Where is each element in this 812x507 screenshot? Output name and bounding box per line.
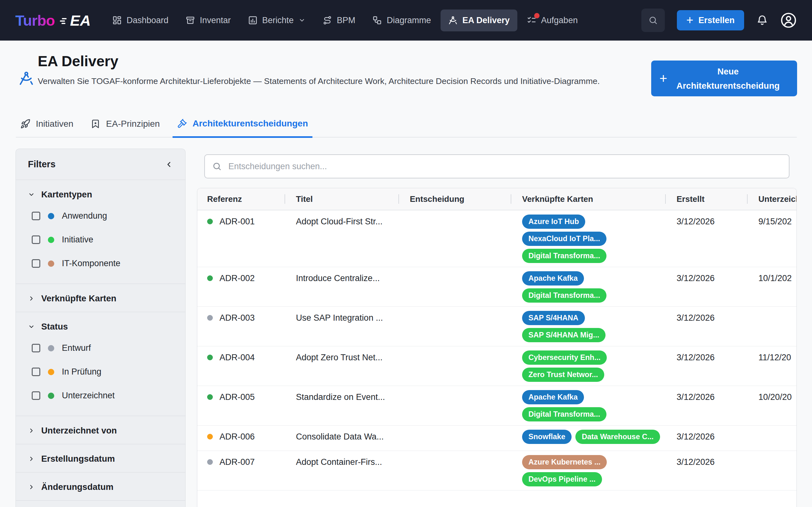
signed-cell: 11/12/20 bbox=[747, 350, 797, 365]
linked-card-tag[interactable]: Cybersecurity Enh... bbox=[522, 350, 607, 365]
table-row-adr-001[interactable]: ADR-001 Adopt Cloud-First Str... Azure I… bbox=[197, 210, 797, 267]
checkbox[interactable] bbox=[32, 212, 40, 220]
tab-initiativen[interactable]: Initiativen bbox=[16, 114, 78, 137]
nav-item-berichte[interactable]: Berichte bbox=[241, 9, 313, 32]
type-color-dot bbox=[48, 237, 54, 243]
table-row-adr-002[interactable]: ADR-002 Introduce Centralize... Apache K… bbox=[197, 267, 797, 307]
linked-card-tag[interactable]: Digital Transforma... bbox=[522, 407, 606, 421]
nav-item-bpm[interactable]: BPM bbox=[315, 9, 363, 32]
linked-card-tag[interactable]: Digital Transforma... bbox=[522, 288, 606, 302]
chevron-right-icon bbox=[28, 484, 35, 491]
table-row-adr-007[interactable]: ADR-007 Adopt Container-Firs... Azure Ku… bbox=[197, 451, 797, 491]
linked-card-tag[interactable]: Digital Transforma... bbox=[522, 249, 606, 263]
filter-option-initiative[interactable]: Initiative bbox=[32, 228, 173, 251]
linked-card-tag[interactable]: SAP S/4HANA Mig... bbox=[522, 328, 606, 342]
search-icon bbox=[212, 162, 222, 171]
linked-card-tag[interactable]: Azure IoT Hub bbox=[522, 215, 585, 229]
status-dot bbox=[207, 434, 213, 440]
user-avatar-icon[interactable] bbox=[780, 12, 797, 29]
filter-section-kartentypen: Kartentypen Anwendung Initiative IT-Komp… bbox=[16, 180, 185, 284]
filter-section-header[interactable]: Status bbox=[28, 322, 173, 332]
filter-section-header[interactable]: Verknüpfte Karten bbox=[28, 293, 173, 303]
linked-card-tag[interactable]: Azure Kubernetes ... bbox=[522, 455, 607, 469]
reports-chart-icon bbox=[248, 15, 258, 25]
chevron-down-icon bbox=[299, 17, 305, 24]
nav-item-ea-delivery[interactable]: EA Delivery bbox=[441, 9, 517, 32]
linked-cards-cell: Azure IoT HubNexaCloud IoT Pla...Digital… bbox=[522, 214, 606, 263]
reference-cell: ADR-004 bbox=[219, 353, 255, 362]
filter-section-label: Verknüpfte Karten bbox=[41, 293, 116, 303]
filter-section-header[interactable]: Unterzeichnet von bbox=[28, 426, 173, 436]
filter-option-entwurf[interactable]: Entwurf bbox=[32, 336, 173, 360]
decisions-search-input[interactable] bbox=[204, 154, 790, 178]
signed-cell bbox=[747, 311, 797, 325]
filter-option-anwendung[interactable]: Anwendung bbox=[32, 204, 173, 228]
nav-item-aufgaben[interactable]: Aufgaben bbox=[519, 9, 586, 32]
chevron-right-icon bbox=[28, 295, 35, 302]
table-row-adr-005[interactable]: ADR-005 Standardize on Event... Apache K… bbox=[197, 386, 797, 426]
checkbox[interactable] bbox=[32, 391, 40, 400]
title-cell: Adopt Container-Firs... bbox=[285, 455, 398, 469]
filter-option-it-komponente[interactable]: IT-Komponente bbox=[32, 251, 173, 275]
tab-ea-prinzipien[interactable]: EA-Prinzipien bbox=[86, 114, 164, 137]
checkbox[interactable] bbox=[32, 344, 40, 352]
column-header-referenz: Referenz bbox=[197, 194, 285, 204]
create-button[interactable]: + Erstellen bbox=[677, 10, 744, 31]
notifications-bell-icon[interactable] bbox=[756, 14, 768, 26]
table-row-adr-003[interactable]: ADR-003 Use SAP Integration ... SAP S/4H… bbox=[197, 307, 797, 346]
title-cell: Standardize on Event... bbox=[285, 390, 398, 404]
table-row-adr-006[interactable]: ADR-006 Consolidate Data Wa... Snowflake… bbox=[197, 426, 797, 451]
linked-card-tag[interactable]: Zero Trust Networ... bbox=[522, 368, 604, 382]
created-cell: 3/12/2026 bbox=[665, 350, 747, 365]
nav-search-button[interactable] bbox=[641, 9, 665, 32]
chevron-right-icon bbox=[28, 427, 35, 434]
decision-cell bbox=[398, 429, 511, 444]
table-row-adr-004[interactable]: ADR-004 Adopt Zero Trust Net... Cybersec… bbox=[197, 346, 797, 386]
title-cell: Introduce Centralize... bbox=[285, 271, 398, 285]
title-cell: Use SAP Integration ... bbox=[285, 311, 398, 325]
filter-section-label: Status bbox=[41, 322, 68, 332]
reference-cell: ADR-003 bbox=[219, 313, 255, 323]
type-color-dot bbox=[48, 213, 54, 219]
status-dot bbox=[207, 459, 213, 465]
column-header-erstellt: Erstellt bbox=[665, 194, 747, 204]
linked-card-tag[interactable]: Apache Kafka bbox=[522, 390, 584, 404]
ea-delivery-compass-icon bbox=[448, 15, 458, 25]
filter-section-header[interactable]: Erstellungsdatum bbox=[28, 454, 173, 464]
filter-section-verknüpfte-karten: Verknüpfte Karten bbox=[16, 284, 185, 312]
linked-card-tag[interactable]: Data Warehouse C... bbox=[575, 430, 660, 444]
filter-option-label: Initiative bbox=[62, 235, 93, 245]
checkbox[interactable] bbox=[32, 259, 40, 268]
linked-card-tag[interactable]: SAP S/4HANA bbox=[522, 311, 585, 325]
signed-cell: 9/15/202 bbox=[747, 214, 797, 229]
linked-card-tag[interactable]: Snowflake bbox=[522, 430, 571, 444]
filter-option-in-prüfung[interactable]: In Prüfung bbox=[32, 360, 173, 384]
type-color-dot bbox=[48, 393, 54, 399]
filter-section-label: Unterzeichnet von bbox=[41, 426, 117, 436]
checkbox[interactable] bbox=[32, 368, 40, 376]
filter-section-header[interactable]: Kartentypen bbox=[28, 189, 173, 200]
tab-architekturentscheidungen[interactable]: Architekturentscheidungen bbox=[172, 114, 312, 138]
linked-card-tag[interactable]: DevOps Pipeline ... bbox=[522, 472, 602, 487]
filter-section-header[interactable]: Änderungsdatum bbox=[28, 482, 173, 492]
decision-cell bbox=[398, 214, 511, 229]
nav-item-dashboard[interactable]: Dashboard bbox=[105, 9, 176, 32]
checkbox[interactable] bbox=[32, 235, 40, 244]
linked-card-tag[interactable]: NexaCloud IoT Pla... bbox=[522, 232, 606, 246]
filter-section-label: Erstellungsdatum bbox=[41, 454, 115, 464]
filters-title: Filters bbox=[28, 159, 55, 170]
nav-item-diagramme[interactable]: Diagramme bbox=[365, 9, 439, 32]
new-architecture-decision-button[interactable]: + Neue Architekturentscheidung bbox=[651, 60, 797, 96]
dashboard-grid-icon bbox=[112, 15, 122, 25]
new-architecture-decision-label: Neue Architekturentscheidung bbox=[667, 64, 789, 93]
chevron-down-icon bbox=[28, 323, 35, 330]
speed-lines-icon bbox=[58, 16, 69, 26]
column-header-entscheidung: Entscheidung bbox=[398, 194, 511, 204]
filter-option-unterzeichnet[interactable]: Unterzeichnet bbox=[32, 384, 173, 407]
linked-card-tag[interactable]: Apache Kafka bbox=[522, 271, 584, 285]
filters-sidebar: Filters Kartentypen Anwendung Initiative… bbox=[15, 149, 186, 507]
page-title: EA Delivery bbox=[38, 53, 118, 70]
collapse-sidebar-chevron-left-icon[interactable] bbox=[165, 160, 173, 169]
nav-item-inventar[interactable]: Inventar bbox=[178, 9, 239, 32]
app-logo[interactable]: Turbo EA bbox=[15, 12, 91, 29]
